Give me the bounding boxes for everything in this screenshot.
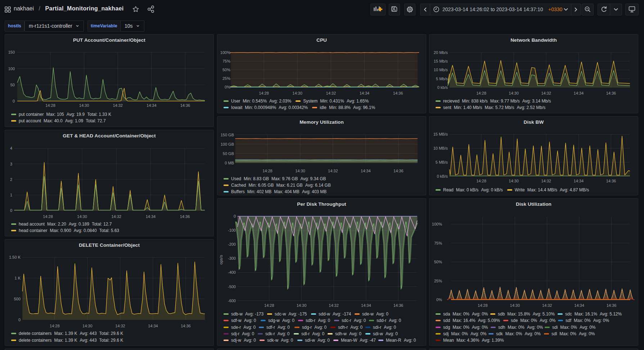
svg-text:2023-03-14 14:26:02 to 2023-03: 2023-03-14 14:26:02 to 2023-03-14 14:37:… [442,6,543,12]
svg-text:+0330: +0330 [548,6,563,12]
